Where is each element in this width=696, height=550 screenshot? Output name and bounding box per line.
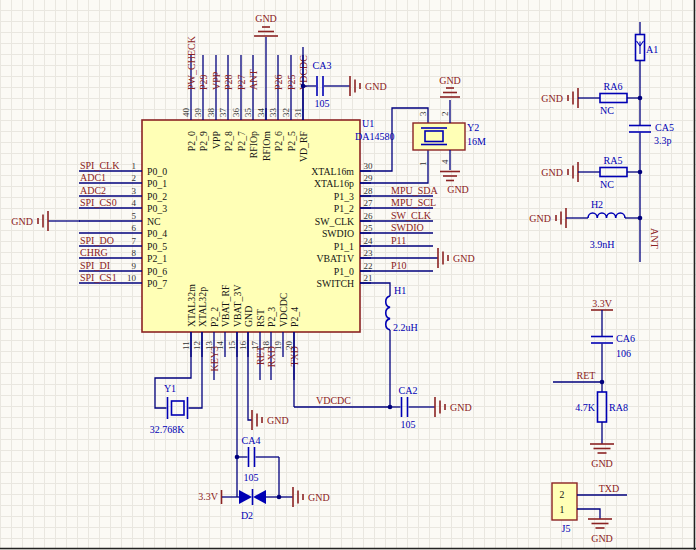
resistor-body[interactable] [600, 94, 627, 103]
gnd-label[interactable]: GND [541, 167, 563, 178]
gnd-label[interactable]: GND [447, 184, 469, 195]
gnd-label[interactable]: GND [255, 13, 277, 24]
connector-j5[interactable]: 2 1 TXD GND J5 [552, 483, 627, 544]
gnd-vbat1v[interactable]: GND [360, 248, 475, 268]
net-label-chrg[interactable]: CHRG [80, 247, 108, 258]
net-label-spi_cs0[interactable]: SPI_CS0 [80, 197, 117, 208]
power-label-3v3[interactable]: 3.3V [198, 491, 219, 502]
net-label-ant[interactable]: ANT [248, 69, 259, 90]
designator[interactable]: CA3 [313, 60, 332, 71]
gnd-label[interactable]: GND [450, 402, 472, 413]
value[interactable]: 3.9nH [590, 239, 615, 250]
value[interactable]: 106 [616, 348, 631, 359]
resistor-body[interactable] [598, 392, 607, 422]
power-3v3-left[interactable]: 3.3V [198, 490, 240, 504]
wire[interactable] [577, 509, 600, 519]
net-label-sw_clk[interactable]: SW_CLK [391, 210, 432, 221]
net-label-adc2[interactable]: ADC2 [80, 185, 106, 196]
gnd-label[interactable]: GND [308, 492, 330, 503]
net-label-vdcdc[interactable]: VDCDC [316, 395, 351, 406]
designator[interactable]: J5 [562, 523, 571, 534]
value[interactable]: NC [600, 179, 614, 190]
net-label-txd[interactable]: TXD [599, 483, 620, 494]
ic-part-number[interactable]: DA14580 [355, 131, 394, 142]
net-label-mpu_sda[interactable]: MPU_SDA [391, 185, 438, 196]
value[interactable]: 105 [315, 98, 330, 109]
cap-ca6[interactable]: CA6 106 [591, 333, 635, 382]
gnd-top[interactable]: GND [254, 13, 278, 120]
net-label-spi_di[interactable]: SPI_DI [80, 260, 110, 271]
designator[interactable]: RA5 [604, 155, 623, 166]
value[interactable]: 3.3p [654, 135, 672, 146]
value[interactable]: 2.2uH [393, 322, 418, 333]
designator[interactable]: CA2 [399, 385, 418, 396]
resistor-ra5[interactable]: GND RA5 NC [541, 155, 640, 190]
inductor-coil[interactable] [588, 213, 625, 218]
net-label-ant[interactable]: ANT [649, 228, 660, 249]
designator[interactable]: H1 [394, 285, 406, 296]
net-label-spi_do[interactable]: SPI_DO [80, 235, 114, 246]
gnd-label[interactable]: GND [541, 93, 563, 104]
net-label-ret[interactable]: RET [577, 370, 596, 381]
value[interactable]: 105 [244, 472, 259, 483]
gnd-label[interactable]: GND [267, 415, 289, 426]
net-label-spi_clk[interactable]: SPI_CLK [80, 160, 120, 171]
diode-triangle[interactable] [253, 490, 266, 504]
gnd-label[interactable]: GND [529, 213, 551, 224]
connector-body[interactable] [552, 483, 577, 520]
ic-designator[interactable]: U1 [362, 118, 374, 129]
resistor-body[interactable] [600, 168, 627, 177]
designator[interactable]: RA8 [609, 402, 628, 413]
net-label-swdio[interactable]: SWDIO [391, 222, 424, 233]
designator[interactable]: Y1 [164, 383, 176, 394]
value[interactable]: 16M [467, 136, 486, 147]
net-label-pw_check[interactable]: PW_CHECK [186, 35, 197, 90]
inductor-coil[interactable] [386, 296, 390, 330]
net-label-spi_cs1[interactable]: SPI_CS1 [80, 272, 117, 283]
gnd-label[interactable]: GND [439, 75, 461, 86]
wire[interactable] [360, 283, 390, 296]
net-label-p26[interactable]: P26 [273, 74, 284, 90]
net-label-mpu_scl[interactable]: MPU_SCL [391, 197, 436, 208]
gnd-label[interactable]: GND [591, 533, 613, 544]
designator[interactable]: H2 [591, 199, 603, 210]
antenna-a1[interactable]: A1 [636, 22, 659, 61]
resistor-ra8[interactable]: 4.7K RA8 GND [575, 382, 628, 469]
designator[interactable]: A1 [646, 44, 658, 55]
value[interactable]: 32.768K [150, 424, 186, 435]
designator[interactable]: RA6 [604, 81, 623, 92]
value[interactable]: 4.7K [575, 402, 596, 413]
net-label-vpp[interactable]: VPP [211, 71, 222, 90]
gnd-left[interactable]: GND [11, 211, 80, 231]
ret-wire[interactable]: RET [553, 370, 604, 384]
cap-ca3[interactable]: CA3 105 GND [301, 47, 387, 120]
designator[interactable]: D2 [241, 510, 253, 521]
power-3v3-right[interactable]: 3.3V [591, 298, 613, 336]
cap-ca2[interactable]: CA2 105 GND [390, 385, 472, 430]
net-label-p29[interactable]: P29 [198, 74, 209, 90]
value[interactable]: NC [600, 105, 614, 116]
designator[interactable]: Y2 [467, 122, 479, 133]
gnd-label[interactable]: GND [591, 458, 613, 469]
net-label-p28[interactable]: P28 [223, 74, 234, 90]
crystal-body[interactable] [413, 123, 465, 150]
value[interactable]: 105 [401, 419, 416, 430]
designator[interactable]: CA6 [616, 333, 635, 344]
gnd-label[interactable]: GND [453, 253, 475, 264]
net-label-p11[interactable]: P11 [391, 235, 406, 246]
cap-ca5[interactable]: CA5 3.3p [629, 122, 674, 146]
resistor-ra6[interactable]: GND RA6 NC [541, 81, 640, 116]
diode-d2[interactable]: D2 GND [239, 487, 330, 521]
gnd-label[interactable]: GND [365, 81, 387, 92]
diode-triangle[interactable] [239, 490, 252, 504]
vdcdc-rail[interactable]: VDCDC [294, 332, 392, 409]
gnd-label[interactable]: GND [11, 216, 33, 227]
designator[interactable]: CA5 [655, 122, 674, 133]
net-label-p25[interactable]: P25 [286, 74, 297, 90]
inductor-h2[interactable]: GND H2 3.9nH [529, 199, 640, 250]
net-label-p27[interactable]: P27 [236, 74, 247, 90]
net-label-adc1[interactable]: ADC1 [80, 172, 106, 183]
net-label-p10[interactable]: P10 [391, 260, 407, 271]
designator[interactable]: CA4 [242, 435, 261, 446]
power-label-3v3[interactable]: 3.3V [592, 298, 613, 309]
